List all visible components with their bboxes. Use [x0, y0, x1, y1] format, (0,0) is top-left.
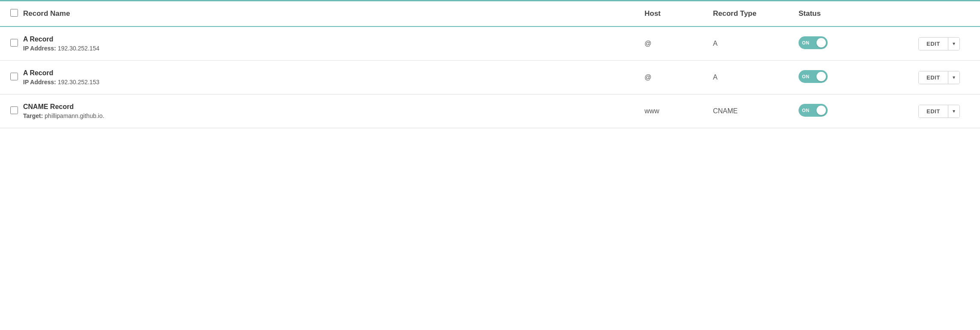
row-2-record-name: A Record IP Address: 192.30.252.153 [23, 69, 644, 85]
row-1-detail-label: IP Address: [23, 45, 56, 52]
row-1-detail: IP Address: 192.30.252.154 [23, 45, 644, 52]
table-row: CNAME Record Target: phillipamann.github… [0, 94, 980, 128]
row-1-edit-group: EDIT ▾ [918, 37, 960, 50]
row-2-dropdown-icon: ▾ [953, 74, 955, 80]
row-1-detail-value: 192.30.252.154 [58, 45, 99, 52]
row-3-dropdown-button[interactable]: ▾ [948, 105, 959, 118]
row-2-record-type: A [713, 74, 799, 81]
row-3-toggle-knob [817, 106, 826, 115]
row-3-detail-value: phillipamann.github.io. [45, 112, 104, 119]
row-1-dropdown-icon: ▾ [953, 41, 955, 47]
row-3-status: ON [799, 104, 918, 118]
row-1-actions: EDIT ▾ [918, 37, 970, 50]
column-header-record-type: Record Type [713, 9, 799, 18]
row-1-host: @ [644, 40, 713, 47]
column-header-host: Host [644, 9, 713, 18]
row-2-checkbox-cell [10, 73, 23, 82]
row-2-detail: IP Address: 192.30.252.153 [23, 79, 644, 85]
row-3-checkbox[interactable] [10, 106, 18, 114]
row-3-record-name: CNAME Record Target: phillipamann.github… [23, 103, 644, 119]
row-3-detail-label: Target: [23, 112, 43, 119]
table-row: A Record IP Address: 192.30.252.153 @ A … [0, 61, 980, 94]
row-2-detail-value: 192.30.252.153 [58, 79, 99, 85]
row-2-name: A Record [23, 69, 644, 77]
row-1-status: ON [799, 36, 918, 51]
row-1-toggle-label: ON [802, 40, 810, 45]
row-1-record-name: A Record IP Address: 192.30.252.154 [23, 35, 644, 52]
row-1-toggle-knob [817, 38, 826, 47]
row-3-host: www [644, 107, 713, 115]
row-1-checkbox[interactable] [10, 39, 18, 47]
table-row: A Record IP Address: 192.30.252.154 @ A … [0, 27, 980, 61]
row-1-edit-button[interactable]: EDIT [919, 38, 948, 50]
select-all-checkbox[interactable] [10, 9, 18, 17]
row-2-edit-group: EDIT ▾ [918, 71, 960, 84]
row-3-detail: Target: phillipamann.github.io. [23, 112, 644, 119]
row-1-toggle[interactable]: ON [799, 36, 828, 49]
dns-records-table: Record Name Host Record Type Status A Re… [0, 0, 980, 128]
row-1-dropdown-button[interactable]: ▾ [948, 38, 959, 50]
row-2-edit-button[interactable]: EDIT [919, 71, 948, 84]
row-3-checkbox-cell [10, 106, 23, 116]
row-3-record-type: CNAME [713, 107, 799, 115]
row-2-checkbox[interactable] [10, 73, 18, 80]
row-2-actions: EDIT ▾ [918, 71, 970, 84]
row-2-toggle-label: ON [802, 74, 810, 79]
table-header: Record Name Host Record Type Status [0, 1, 980, 27]
row-2-dropdown-button[interactable]: ▾ [948, 71, 959, 84]
row-1-checkbox-cell [10, 39, 23, 48]
row-3-name: CNAME Record [23, 103, 644, 111]
row-2-toggle[interactable]: ON [799, 70, 828, 83]
row-3-toggle-label: ON [802, 108, 810, 113]
row-2-detail-label: IP Address: [23, 79, 56, 85]
row-2-status: ON [799, 70, 918, 85]
row-3-actions: EDIT ▾ [918, 105, 970, 118]
row-3-toggle[interactable]: ON [799, 104, 828, 117]
row-2-toggle-knob [817, 72, 826, 81]
row-1-record-type: A [713, 40, 799, 47]
row-3-edit-button[interactable]: EDIT [919, 105, 948, 118]
row-1-name: A Record [23, 35, 644, 43]
column-header-record-name: Record Name [23, 9, 644, 18]
row-3-edit-group: EDIT ▾ [918, 105, 960, 118]
column-header-status: Status [799, 9, 918, 18]
header-checkbox-cell [10, 9, 23, 18]
row-3-dropdown-icon: ▾ [953, 108, 955, 114]
row-2-host: @ [644, 74, 713, 81]
